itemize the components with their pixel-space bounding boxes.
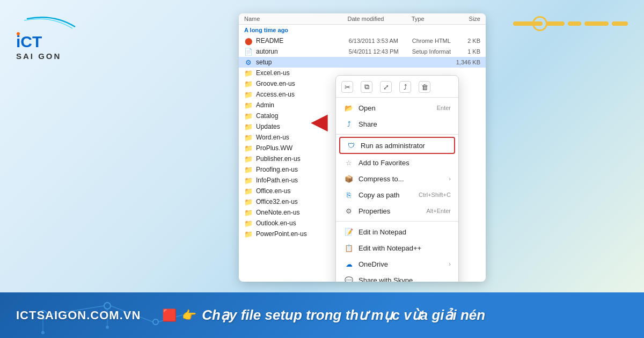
ctx-run-admin[interactable]: 🛡 Run as administrator xyxy=(339,137,455,154)
folder-icon: 📁 xyxy=(244,165,253,174)
ctx-edit-notepadpp[interactable]: 📋 Edit with Notepad++ xyxy=(336,240,458,256)
copy-button[interactable]: ⧉ xyxy=(361,81,372,93)
bottom-url: ICTSAIGON.COM.VN xyxy=(16,308,141,322)
col-name: Name xyxy=(244,16,348,22)
file-name: autorun xyxy=(256,48,349,55)
ctx-open[interactable]: 📂 Open Enter xyxy=(336,100,458,116)
ctx-divider xyxy=(336,134,458,135)
file-size: 1,346 KB xyxy=(451,59,480,65)
file-name: Catalog xyxy=(256,112,349,120)
ctx-compress[interactable]: 📦 Compress to... › xyxy=(336,171,458,187)
ctx-properties-shortcut: Alt+Enter xyxy=(426,208,451,214)
ctx-onedrive[interactable]: ☁ OneDrive › xyxy=(336,256,458,272)
compress-arrow: › xyxy=(449,175,451,182)
ctx-properties[interactable]: ⚙ Properties Alt+Enter xyxy=(336,203,458,219)
folder-icon: 📁 xyxy=(244,101,253,109)
svg-point-11 xyxy=(41,331,45,334)
ctx-edit-notepad[interactable]: 📝 Edit in Notepad xyxy=(336,224,458,240)
folder-icon: 📁 xyxy=(244,155,253,163)
copy-path-icon: ⎘ xyxy=(343,189,354,200)
svg-text:SAI GON: SAI GON xyxy=(16,52,61,61)
folder-icon: 📁 xyxy=(244,230,253,238)
ctx-share-label: Share xyxy=(358,120,451,128)
col-date: Date modified xyxy=(348,16,412,22)
file-name: Updates xyxy=(256,123,349,130)
file-name: Publisher.en-us xyxy=(256,155,349,163)
file-name: Outlook.en-us xyxy=(256,219,349,227)
notepad-icon: 📝 xyxy=(343,226,354,237)
folder-icon: 📁 xyxy=(244,144,253,152)
file-name: README xyxy=(256,37,349,45)
red-arrow: ◀ xyxy=(311,110,327,134)
open-icon: 📂 xyxy=(343,102,354,113)
file-size: 1 KB xyxy=(451,48,480,55)
bottom-caption: Chạy file setup trong thư mục vừa giải n… xyxy=(202,307,485,324)
file-name: Office32.en-us xyxy=(256,198,349,205)
folder-icon: 📁 xyxy=(244,112,253,120)
bottom-text: 🟥 👉 Chạy file setup trong thư mục vừa gi… xyxy=(162,307,485,324)
folder-icon: 📁 xyxy=(244,176,253,185)
svg-text:iCT: iCT xyxy=(16,33,42,50)
ctx-divider-2 xyxy=(336,221,458,222)
folder-icon: 📁 xyxy=(244,90,253,99)
file-name: Proofing.en-us xyxy=(256,166,349,173)
list-item[interactable]: 📄 autorun 5/4/2011 12:43 PM Setup Inform… xyxy=(239,46,486,57)
shield-icon: 🛡 xyxy=(346,140,356,151)
file-name: PowerPoint.en-us xyxy=(256,230,349,238)
onedrive-icon: ☁ xyxy=(343,259,354,269)
file-name: Admin xyxy=(256,101,349,109)
file-name: OneNote.en-us xyxy=(256,209,349,216)
svg-point-12 xyxy=(106,326,109,329)
ctx-edit-notepad-label: Edit in Notepad xyxy=(358,228,451,236)
column-headers: Name Date modified Type Size xyxy=(239,13,486,25)
col-size: Size xyxy=(451,16,480,22)
ctx-compress-label: Compress to... xyxy=(358,175,449,183)
notepadpp-icon: 📋 xyxy=(343,243,354,253)
bottom-bar: ICTSAIGON.COM.VN 🟥 👉 Chạy file setup tro… xyxy=(0,292,644,338)
delete-button[interactable]: 🗑 xyxy=(419,81,430,93)
file-size: 2 KB xyxy=(451,38,480,44)
red-square-icon: 🟥 xyxy=(162,308,177,322)
file-name: Groove.en-us xyxy=(256,80,349,87)
ctx-share[interactable]: ⤴ Share xyxy=(336,116,458,132)
onedrive-arrow: › xyxy=(449,261,451,267)
file-name: Word.en-us xyxy=(256,134,349,141)
file-name: Access.en-us xyxy=(256,91,349,98)
setup-icon: 📄 xyxy=(244,47,253,56)
file-name: Excel.en-us xyxy=(256,69,349,77)
ctx-copy-path-shortcut: Ctrl+Shift+C xyxy=(419,192,451,198)
ctx-share-skype-label: Share with Skype xyxy=(358,276,451,282)
ctx-share-skype[interactable]: 💬 Share with Skype xyxy=(336,272,458,282)
file-date: 5/4/2011 12:43 PM xyxy=(349,48,412,55)
svg-point-2 xyxy=(17,32,20,35)
ctx-add-favorites[interactable]: ☆ Add to Favorites xyxy=(336,155,458,171)
col-type: Type xyxy=(412,16,451,22)
paste-shortcut-button[interactable]: ⤢ xyxy=(380,81,392,93)
file-name: Office.en-us xyxy=(256,187,349,195)
logo: iCT SAI GON xyxy=(11,11,86,64)
file-name: ProPlus.WW xyxy=(256,144,349,152)
file-name: setup xyxy=(256,58,349,66)
star-icon: ☆ xyxy=(343,157,354,168)
list-item[interactable]: ⬤ README 6/13/2011 3:53 AM Chrome HTML D… xyxy=(239,35,486,46)
properties-icon: ⚙ xyxy=(343,205,354,216)
folder-icon: 📁 xyxy=(244,79,253,88)
compress-icon: 📦 xyxy=(343,173,354,184)
ctx-copy-path-label: Copy as path xyxy=(358,191,415,199)
ctx-copy-path[interactable]: ⎘ Copy as path Ctrl+Shift+C xyxy=(336,187,458,203)
folder-icon: 📁 xyxy=(244,219,253,227)
file-name: InfoPath.en-us xyxy=(256,177,349,184)
cut-button[interactable]: ✂ xyxy=(341,81,353,93)
section-label: A long time ago xyxy=(239,25,486,35)
list-item[interactable]: ⚙ setup 1,346 KB xyxy=(239,57,486,68)
setup-exe-icon: ⚙ xyxy=(244,58,253,67)
explorer-window: Name Date modified Type Size A long time… xyxy=(239,13,486,282)
ctx-onedrive-label: OneDrive xyxy=(358,260,449,268)
share-toolbar-button[interactable]: ⤴ xyxy=(399,81,411,93)
ctx-add-favorites-label: Add to Favorites xyxy=(358,159,451,167)
file-type: Chrome HTML Do... xyxy=(412,38,451,44)
folder-icon: 📁 xyxy=(244,133,253,142)
folder-icon: 📁 xyxy=(244,122,253,131)
file-date: 6/13/2011 3:53 AM xyxy=(349,38,412,44)
chrome-icon: ⬤ xyxy=(244,36,253,45)
